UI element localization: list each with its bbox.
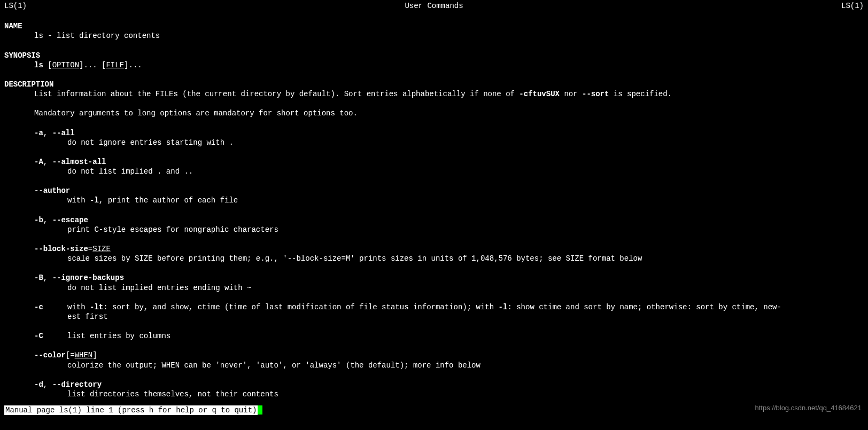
synopsis-cmd: ls (34, 61, 43, 69)
option-author: --author (4, 186, 864, 196)
option-blocksize: --block-size=SIZE (4, 244, 864, 254)
option-B-desc: do not list implied entries ending with … (4, 283, 864, 293)
option-a: -a, --all (4, 128, 864, 138)
option-b: -b, --escape (4, 215, 864, 225)
option-color: --color[=WHEN] (4, 350, 864, 360)
option-d: -d, --directory (4, 380, 864, 389)
synopsis-file: FILE (106, 61, 124, 69)
option-blocksize-desc: scale sizes by SIZE before printing them… (4, 254, 864, 263)
option-A: -A, --almost-all (4, 157, 864, 167)
option-author-desc: with -l, print the author of each file (4, 196, 864, 205)
man-content[interactable]: NAME ls - list directory contents SYNOPS… (0, 21, 868, 399)
option-A-desc: do not list implied . and .. (4, 167, 864, 176)
header-center: User Commands (405, 1, 463, 11)
option-b-desc: print C-style escapes for nongraphic cha… (4, 225, 864, 234)
name-body: ls - list directory contents (4, 31, 864, 41)
watermark: https://blog.csdn.net/qq_41684621 (755, 404, 862, 413)
section-name-title: NAME (4, 21, 864, 31)
option-c: -cwith -lt: sort by, and show, ctime (ti… (4, 302, 864, 312)
option-d-desc: list directories themselves, not their c… (4, 389, 864, 399)
description-line2: Mandatory arguments to long options are … (4, 108, 864, 118)
header-left: LS(1) (4, 1, 27, 11)
option-C: -Clist entries by columns (4, 331, 864, 341)
section-synopsis-title: SYNOPSIS (4, 51, 864, 60)
cursor-icon (258, 405, 262, 415)
header-right: LS(1) (841, 1, 864, 11)
description-line1: List information about the FILEs (the cu… (4, 89, 864, 99)
option-B: -B, --ignore-backups (4, 273, 864, 283)
status-text: Manual page ls(1) line 1 (press h for he… (4, 405, 258, 415)
status-bar[interactable]: Manual page ls(1) line 1 (press h for he… (4, 405, 262, 415)
synopsis-line: ls [OPTION]... [FILE]... (4, 60, 864, 70)
synopsis-option: OPTION (52, 61, 79, 69)
man-header: LS(1) User Commands LS(1) (0, 0, 868, 12)
section-description-title: DESCRIPTION (4, 80, 864, 89)
option-c-wrap: est first (4, 312, 864, 322)
option-color-desc: colorize the output; WHEN can be 'never'… (4, 361, 864, 370)
option-a-desc: do not ignore entries starting with . (4, 138, 864, 147)
